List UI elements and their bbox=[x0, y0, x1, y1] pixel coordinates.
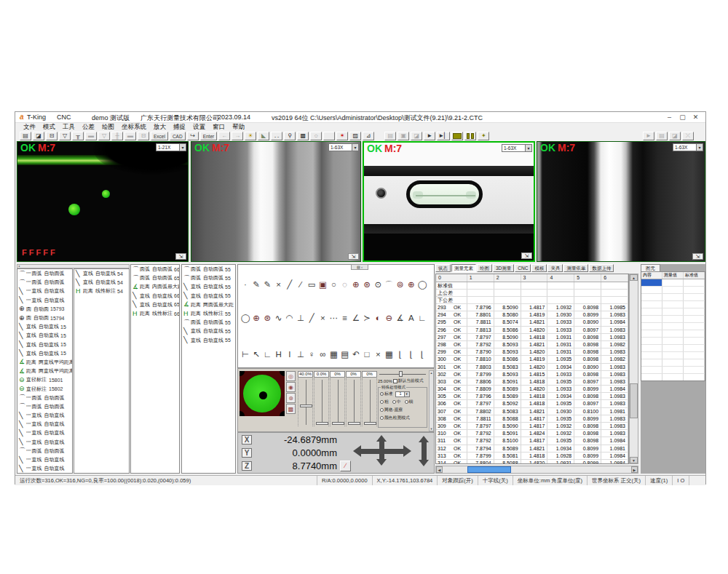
feature-row[interactable]: ╲直线自动直线15 bbox=[17, 340, 72, 349]
menu-item[interactable]: 窗口 bbox=[209, 123, 229, 131]
tool-icon[interactable]: ≻ bbox=[363, 313, 371, 323]
tool-icon[interactable]: × bbox=[318, 313, 327, 323]
feature-row[interactable]: ⌒***圆弧自动圆弧 bbox=[17, 402, 72, 411]
chart-button[interactable]: ⊿ bbox=[363, 132, 374, 140]
copy-grey-button[interactable]: ▣ bbox=[397, 132, 409, 140]
placeholder-2-button[interactable]: ▬ bbox=[124, 132, 136, 140]
feature-row[interactable]: ╲直线自动直线55 bbox=[182, 336, 235, 345]
results-tab[interactable]: 绘图 bbox=[477, 264, 492, 272]
tool-icon[interactable]: ▭ bbox=[307, 279, 316, 290]
element-row[interactable] bbox=[641, 279, 705, 287]
tool-icon[interactable]: ⌒ bbox=[384, 279, 393, 290]
menu-item[interactable]: 工具 bbox=[59, 123, 79, 131]
element-row[interactable] bbox=[641, 352, 705, 359]
table-row[interactable]: 297OK7.87978.50901.48181.09310.80981.098… bbox=[436, 334, 628, 341]
tool-icon[interactable]: ∿ bbox=[274, 313, 283, 323]
element-row[interactable] bbox=[641, 359, 705, 367]
default-mode-checkbox[interactable] bbox=[393, 379, 397, 383]
camera-4-zoom-select[interactable]: 1-63X▾ bbox=[673, 143, 703, 151]
tool-icon[interactable]: × bbox=[373, 349, 382, 359]
results-tab[interactable]: 数据上传 bbox=[589, 264, 614, 272]
element-row[interactable] bbox=[641, 323, 705, 330]
table-row[interactable]: 313OK7.87998.50811.48181.09280.80991.098… bbox=[436, 453, 628, 460]
ring-segment-button[interactable]: ◉ bbox=[286, 382, 296, 392]
scroll-thumb[interactable] bbox=[630, 383, 638, 418]
results-tab[interactable]: 模板 bbox=[531, 264, 547, 272]
feature-row[interactable]: ⊖直径标注15801 bbox=[17, 375, 72, 384]
open-2-button[interactable]: ◪ bbox=[669, 132, 681, 140]
minimize-button[interactable]: – bbox=[663, 112, 676, 122]
resize-grip-icon[interactable]: ⇲ bbox=[521, 252, 532, 259]
tool-icon[interactable]: ♀ bbox=[307, 349, 316, 359]
menu-item[interactable]: 帮助 bbox=[229, 123, 248, 131]
probe-button[interactable]: ▽ bbox=[59, 132, 71, 140]
ring-segment-button[interactable]: ◎ bbox=[286, 371, 296, 381]
feature-row[interactable]: ⌒***圆弧自动圆弧 bbox=[17, 269, 72, 278]
columns-button[interactable]: ╫ bbox=[111, 132, 123, 140]
table-row[interactable]: 309OK7.87978.50901.48171.09320.80981.098… bbox=[436, 423, 628, 430]
tool-icon[interactable]: I bbox=[285, 349, 294, 359]
standard-radio[interactable] bbox=[380, 392, 384, 396]
feature-row[interactable]: ╲***直线自动直线 bbox=[17, 438, 72, 447]
tool-icon[interactable]: ⌊ bbox=[396, 349, 405, 359]
tool-icon[interactable]: ▣ bbox=[318, 279, 327, 290]
coarse-radio[interactable] bbox=[380, 400, 384, 404]
tool-icon[interactable]: ⊕ bbox=[252, 313, 261, 323]
camera-view-1[interactable]: FFFFF OKM:7 1-21X▾ ⇲ bbox=[17, 141, 189, 262]
slider-thumb[interactable] bbox=[316, 422, 328, 425]
table-row[interactable]: 下公差 bbox=[436, 297, 628, 304]
feature-row[interactable]: ╲***直线自动直线 bbox=[17, 296, 72, 305]
feature-row[interactable]: ⊖直径标注15802 bbox=[17, 384, 72, 393]
tool-icon[interactable]: ∕ bbox=[296, 279, 305, 290]
resize-grip-icon[interactable]: ⇲ bbox=[692, 253, 703, 260]
table-row[interactable]: 307OK7.88028.50831.48211.09300.81001.098… bbox=[436, 408, 628, 415]
table-row[interactable]: 标准值 bbox=[436, 282, 628, 290]
tool-icon[interactable]: ∟ bbox=[418, 313, 427, 323]
maximize-button[interactable]: ▢ bbox=[676, 112, 689, 122]
play-2-button[interactable]: ► bbox=[643, 132, 654, 140]
tool-icon[interactable]: × bbox=[274, 279, 283, 290]
hammer-button[interactable]: ⤫ bbox=[682, 132, 694, 140]
magnifier-button[interactable]: ⚲ bbox=[284, 132, 296, 140]
tool-icon[interactable]: ⊛ bbox=[363, 279, 371, 290]
feature-row[interactable]: ⌒圆弧自动圆弧55 bbox=[182, 318, 235, 327]
results-hscrollbar[interactable]: ◀ ▶ bbox=[435, 466, 638, 474]
element-row[interactable] bbox=[641, 345, 705, 352]
menu-item[interactable]: 坐标系统 bbox=[118, 123, 150, 131]
tool-icon[interactable]: ↶ bbox=[352, 349, 360, 359]
feature-row[interactable]: ⌒圆弧自动圆弧66 bbox=[131, 265, 179, 274]
menu-item[interactable]: 模式 bbox=[39, 123, 59, 131]
stage-move-button[interactable]: ⊟ bbox=[46, 132, 58, 140]
slider-thumb[interactable] bbox=[364, 422, 376, 425]
results-tab[interactable]: CNC bbox=[515, 264, 531, 272]
feature-row[interactable]: ⌒圆弧自动圆弧55 bbox=[182, 274, 235, 282]
tool-icon[interactable]: A bbox=[407, 313, 416, 323]
ring-segment-button[interactable]: ▩ bbox=[286, 404, 296, 414]
table-row[interactable]: 314OK7.88048.50881.48201.09310.80991.098… bbox=[436, 460, 628, 464]
enter-button[interactable]: Enter bbox=[200, 132, 218, 140]
slider-thumb[interactable] bbox=[332, 422, 344, 425]
results-tab[interactable]: 测量元素 bbox=[451, 264, 476, 272]
feature-row[interactable]: H距离线性标注55 bbox=[182, 309, 235, 318]
feature-row[interactable]: ╲***直线自动直线 bbox=[17, 455, 72, 464]
tool-icon[interactable]: ↖ bbox=[252, 349, 261, 359]
feature-row[interactable]: ╲直线自动直线54 bbox=[74, 278, 129, 287]
resize-grip-icon[interactable]: ⇲ bbox=[175, 253, 186, 260]
save-button[interactable]: ▤ bbox=[20, 132, 31, 140]
menu-item[interactable]: 放大 bbox=[150, 123, 170, 131]
feature-row[interactable]: ╲直线自动直线55 bbox=[182, 327, 235, 335]
element-row[interactable] bbox=[641, 308, 705, 316]
tool-icon[interactable]: ▦ bbox=[384, 349, 393, 359]
tool-icon[interactable]: ○ bbox=[330, 279, 339, 290]
scroll-down-icon[interactable]: ▼ bbox=[630, 457, 638, 463]
tool-icon[interactable]: ⊕ bbox=[352, 279, 360, 290]
save-grey-button[interactable]: ▤ bbox=[384, 132, 396, 140]
table-row[interactable]: 304OK7.88098.50891.48201.09330.80991.098… bbox=[436, 386, 628, 393]
feature-row[interactable]: ╲直线自动直线15 bbox=[17, 349, 72, 358]
tool-icon[interactable]: ⊥ bbox=[296, 349, 305, 359]
feature-row[interactable]: ⊕圆自动圆15794 bbox=[17, 314, 72, 322]
feature-row[interactable]: ∡距离两圆弧最大距 bbox=[182, 300, 235, 309]
element-row[interactable] bbox=[641, 374, 705, 381]
scroll-thumb[interactable] bbox=[467, 466, 511, 473]
slider-track-area[interactable] bbox=[362, 378, 377, 426]
